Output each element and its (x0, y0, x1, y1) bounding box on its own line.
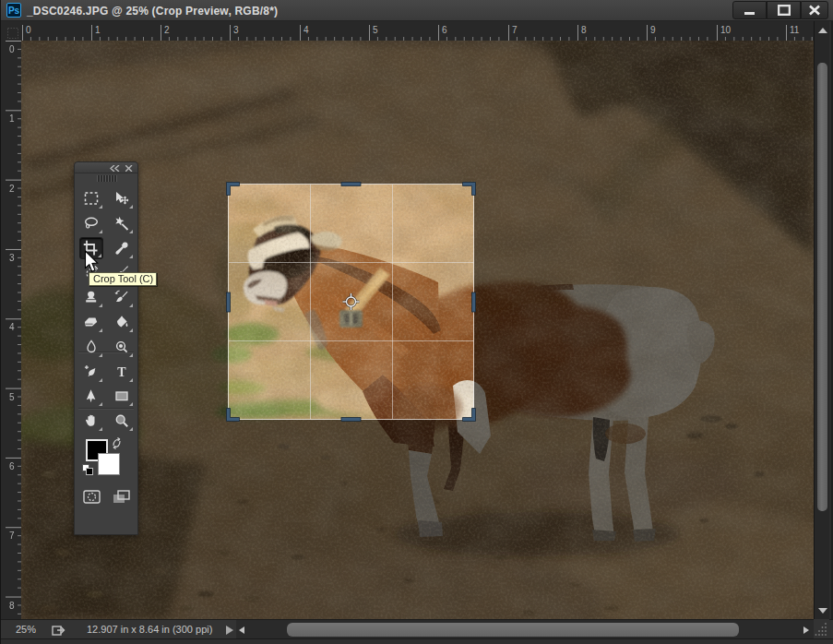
svg-text:6: 6 (442, 25, 447, 35)
svg-text:9: 9 (650, 25, 656, 35)
svg-text:6: 6 (9, 461, 15, 471)
svg-text:11: 11 (790, 25, 800, 35)
svg-text:3: 3 (233, 25, 239, 35)
svg-text:8: 8 (581, 25, 587, 35)
svg-text:4: 4 (9, 322, 15, 332)
svg-text:4: 4 (303, 25, 309, 35)
svg-text:8: 8 (9, 601, 15, 611)
svg-text:2: 2 (9, 184, 15, 194)
svg-text:1: 1 (95, 25, 101, 35)
svg-text:7: 7 (512, 25, 518, 35)
svg-text:2: 2 (164, 25, 170, 35)
svg-text:0: 0 (26, 25, 31, 35)
svg-text:5: 5 (9, 392, 15, 402)
svg-text:0: 0 (9, 44, 15, 54)
svg-text:3: 3 (9, 253, 15, 263)
svg-text:1: 1 (9, 113, 15, 124)
svg-text:5: 5 (373, 25, 378, 35)
svg-text:T: T (117, 365, 126, 379)
svg-text:7: 7 (9, 531, 15, 541)
svg-text:10: 10 (720, 25, 732, 35)
